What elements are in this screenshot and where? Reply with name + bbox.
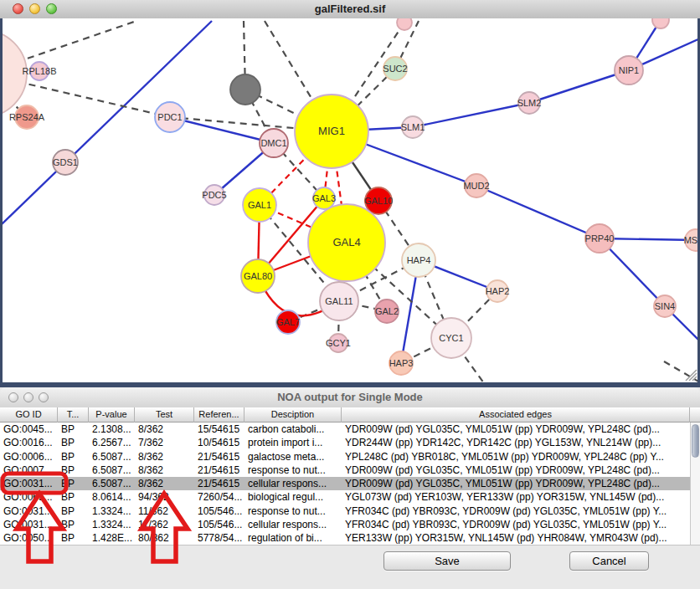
table-cell[interactable]: 11/362 (135, 518, 194, 531)
network-node-gal80[interactable]: GAL80 (241, 259, 275, 293)
table-cell[interactable]: GO:0016... (0, 436, 58, 449)
table-row[interactable]: GO:0050...BP1.428E...80/3625778/54...reg… (0, 531, 690, 545)
column-header-t[interactable]: T... (58, 407, 89, 423)
network-node-sin4[interactable]: SIN4 (654, 295, 676, 317)
table-cell[interactable]: BP (58, 531, 89, 545)
column-header-associated-edges[interactable]: Associated edges (342, 407, 690, 423)
network-node-gal7[interactable]: GAL7 (276, 310, 300, 334)
table-cell[interactable]: YDR009W (pd) YGL035C, YML051W (pp) YDR00… (342, 464, 690, 477)
table-cell[interactable]: BP (58, 518, 89, 531)
table-cell[interactable]: GO:0050... (0, 531, 58, 545)
network-node-prp40[interactable]: PRP40 (585, 224, 615, 253)
column-header-p-value[interactable]: P-value (89, 407, 135, 423)
table-cell[interactable]: 10/54615 (194, 436, 244, 449)
table-cell[interactable]: BP (58, 464, 89, 477)
table-cell[interactable]: BP (58, 477, 89, 490)
network-node-mud2[interactable]: MUD2 (463, 174, 489, 197)
table-cell[interactable]: 1.428E... (89, 531, 135, 545)
table-cell[interactable]: 21/54615 (194, 464, 244, 477)
network-edge[interactable] (413, 103, 529, 127)
network-node-hap3[interactable]: HAP3 (389, 351, 414, 375)
table-cell[interactable]: 15/54615 (194, 423, 244, 436)
table-cell[interactable]: YDR009W (pd) YGL035C, YML051W (pp) YDR00… (342, 477, 690, 490)
table-cell[interactable]: BP (58, 450, 89, 464)
table-cell[interactable]: 7/362 (135, 436, 194, 449)
table-scrollbar[interactable] (690, 423, 700, 545)
close-button-icon[interactable] (8, 392, 18, 402)
network-node-nip1[interactable]: NIP1 (615, 56, 643, 85)
table-cell[interactable]: carbon cataboli... (244, 423, 342, 436)
network-node-hap2[interactable]: HAP2 (486, 280, 510, 302)
table-cell[interactable]: 6.5087... (89, 477, 135, 490)
table-cell[interactable]: GO:0031... (0, 477, 58, 490)
table-cell[interactable]: protein import i... (244, 436, 342, 449)
table-cell[interactable]: GO:0031... (0, 504, 58, 518)
cancel-button[interactable]: Cancel (569, 551, 649, 571)
network-node[interactable] (652, 18, 669, 28)
network-node-gcy1[interactable]: GCY1 (326, 334, 351, 352)
network-node-rps24a[interactable]: RPS24A (9, 105, 45, 129)
table-cell[interactable]: 6.5087... (89, 450, 135, 464)
table-cell[interactable]: 8.0614... (89, 490, 135, 504)
table-cell[interactable]: YGL073W (pd) YER103W, YER133W (pp) YOR31… (342, 490, 690, 504)
table-cell[interactable]: GO:0045... (0, 423, 58, 436)
table-cell[interactable]: 21/54615 (194, 477, 244, 490)
close-button-icon[interactable] (13, 3, 23, 14)
table-cell[interactable]: 80/362 (135, 531, 194, 545)
table-cell[interactable]: YFR034C (pd) YBR093C, YDR009W (pd) YGL03… (342, 504, 690, 518)
network-node-dmc1[interactable]: DMC1 (260, 129, 288, 157)
table-cell[interactable]: BP (58, 490, 89, 504)
table-cell[interactable]: 6.2567... (89, 436, 135, 449)
table-cell[interactable]: 2.1308... (89, 423, 135, 436)
scrollbar-thumb[interactable] (692, 424, 699, 458)
column-header-desciption[interactable]: Desciption (244, 407, 342, 423)
table-row[interactable]: GO:0045...BP2.1308...8/36215/54615carbon… (0, 423, 690, 436)
table-cell[interactable]: BP (58, 423, 89, 436)
network-graph[interactable]: RPL18BRPS24AGDS1PDC1DMC1MIG1SUC2SLM1SLM2… (0, 18, 700, 387)
table-cell[interactable]: 94/362 (135, 490, 194, 504)
table-cell[interactable]: 11/362 (135, 504, 194, 518)
table-cell[interactable]: GO:0065... (0, 490, 58, 504)
table-row[interactable]: GO:0016...BP6.2567...7/36210/54615protei… (0, 436, 690, 449)
network-node-gal2[interactable]: GAL2 (375, 300, 399, 323)
network-node[interactable] (230, 74, 260, 105)
network-node-slm1[interactable]: SLM1 (401, 116, 425, 138)
table-cell[interactable]: 8/362 (135, 477, 194, 490)
table-cell[interactable]: GO:0007... (0, 464, 58, 477)
table-cell[interactable]: 105/546... (194, 518, 244, 531)
table-cell[interactable]: response to nut... (244, 464, 342, 477)
table-cell[interactable]: 1.3324... (89, 504, 135, 518)
table-cell[interactable]: 8/362 (135, 423, 194, 436)
table-cell[interactable]: response to nut... (244, 504, 342, 518)
table-row[interactable]: GO:0031...BP1.3324...11/362105/546...cel… (0, 518, 690, 531)
network-edge[interactable] (476, 186, 600, 238)
table-cell[interactable]: YPL248C (pd) YBR018C, YML051W (pp) YDR00… (342, 450, 690, 464)
network-node-gal4[interactable]: GAL4 (308, 204, 385, 281)
table-cell[interactable]: 5778/54... (194, 531, 244, 545)
table-cell[interactable]: 8/362 (135, 450, 194, 464)
network-node[interactable] (397, 18, 412, 30)
network-node-gal1[interactable]: GAL1 (243, 188, 276, 222)
table-cell[interactable]: cellular respons... (244, 477, 342, 490)
minimize-button-icon[interactable] (29, 3, 40, 14)
network-canvas[interactable]: RPL18BRPS24AGDS1PDC1DMC1MIG1SUC2SLM1SLM2… (0, 18, 700, 387)
network-node-gal11[interactable]: GAL11 (320, 282, 358, 320)
table-row[interactable]: GO:0031...BP6.5087...8/36221/54615cellul… (0, 477, 690, 490)
table-cell[interactable]: GO:0006... (0, 450, 58, 464)
network-node-gal3[interactable]: GAL3 (312, 187, 336, 209)
table-body[interactable]: GO:0045...BP2.1308...8/36215/54615carbon… (0, 423, 690, 545)
table-row[interactable]: GO:0006...BP6.5087...8/36221/54615galact… (0, 450, 690, 464)
network-node-pdc1[interactable]: PDC1 (155, 102, 185, 132)
save-button[interactable]: Save (383, 551, 511, 571)
zoom-button-icon[interactable] (46, 3, 57, 14)
table-row[interactable]: GO:0007...BP6.5087...8/36221/54615respon… (0, 464, 690, 477)
table-cell[interactable]: regulation of bi... (244, 531, 342, 545)
network-node-cyc1[interactable]: CYC1 (431, 318, 471, 358)
table-row[interactable]: GO:0065...BP8.0614...94/3627260/54...bio… (0, 490, 690, 504)
table-cell[interactable]: galactose meta... (244, 450, 342, 464)
table-cell[interactable]: 8/362 (135, 464, 194, 477)
minimize-button-icon[interactable] (23, 392, 33, 402)
network-node-mig1[interactable]: MIG1 (295, 95, 368, 168)
table-cell[interactable]: 7260/54... (194, 490, 244, 504)
table-cell[interactable]: YFR034C (pd) YBR093C, YDR009W (pd) YGL03… (342, 518, 690, 531)
